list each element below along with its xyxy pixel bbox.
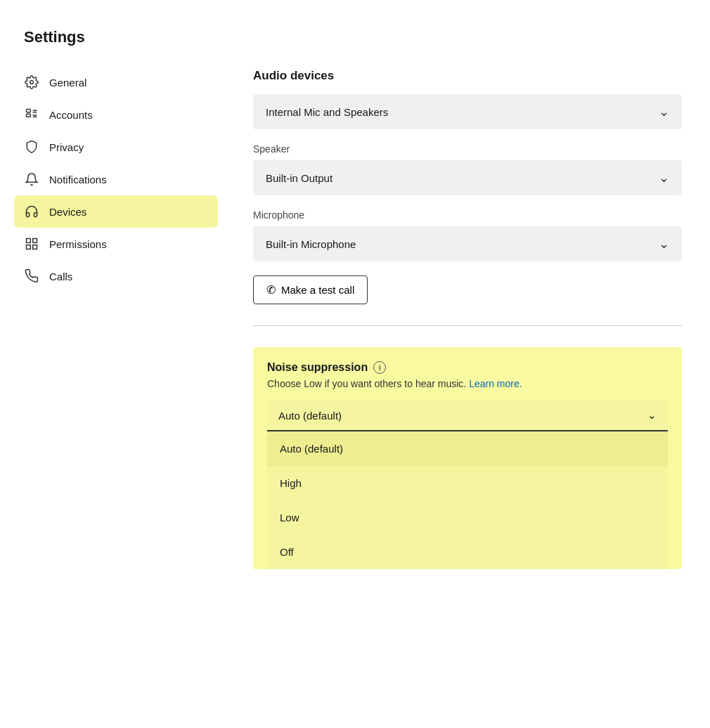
- sidebar-item-calls[interactable]: Calls: [14, 260, 218, 292]
- speaker-select-wrapper: Built-in Output ⌄: [253, 160, 682, 195]
- privacy-icon: [24, 139, 39, 155]
- sidebar-label-calls: Calls: [49, 271, 72, 282]
- svg-rect-1: [27, 110, 31, 112]
- sidebar-item-notifications[interactable]: Notifications: [14, 163, 218, 195]
- grid-icon: [24, 236, 39, 252]
- noise-suppression-select[interactable]: Auto (default) ⌄: [267, 401, 668, 431]
- microphone-chevron-icon: ⌄: [659, 236, 669, 252]
- speaker-chevron-icon: ⌄: [659, 170, 669, 186]
- sidebar-label-general: General: [49, 77, 86, 89]
- noise-option-auto[interactable]: Auto (default): [267, 431, 668, 466]
- noise-suppression-section: Noise suppression i Choose Low if you wa…: [253, 347, 682, 569]
- audio-device-value: Internal Mic and Speakers: [266, 106, 388, 118]
- section-divider: [253, 325, 682, 326]
- sidebar-label-privacy: Privacy: [49, 141, 84, 153]
- noise-title-row: Noise suppression i: [267, 361, 668, 374]
- svg-rect-7: [27, 239, 31, 243]
- sidebar-label-devices: Devices: [49, 206, 86, 218]
- learn-more-link[interactable]: Learn more.: [469, 378, 522, 389]
- noise-option-off[interactable]: Off: [267, 535, 668, 569]
- settings-title: Settings: [14, 21, 218, 66]
- gear-icon: [24, 74, 39, 90]
- noise-description: Choose Low if you want others to hear mu…: [267, 378, 668, 389]
- bell-icon: [24, 171, 39, 187]
- main-content: Audio devices Internal Mic and Speakers …: [232, 21, 710, 707]
- microphone-value: Built-in Microphone: [266, 238, 356, 250]
- noise-option-high[interactable]: High: [267, 466, 668, 500]
- svg-rect-9: [27, 245, 31, 249]
- noise-title: Noise suppression: [267, 361, 368, 374]
- headset-icon: [24, 204, 39, 219]
- sidebar-label-permissions: Permissions: [49, 238, 107, 250]
- microphone-select-wrapper: Built-in Microphone ⌄: [253, 226, 682, 261]
- svg-rect-10: [33, 245, 37, 249]
- sidebar-label-notifications: Notifications: [49, 174, 107, 186]
- microphone-select[interactable]: Built-in Microphone ⌄: [253, 226, 682, 261]
- svg-rect-8: [33, 239, 37, 243]
- svg-rect-2: [27, 114, 31, 117]
- noise-selected-value: Auto (default): [278, 410, 342, 422]
- audio-device-select[interactable]: Internal Mic and Speakers ⌄: [253, 94, 682, 129]
- sidebar: Settings General Accounts Privacy: [0, 21, 232, 707]
- svg-point-0: [30, 81, 34, 84]
- test-call-button[interactable]: ✆ Make a test call: [253, 275, 368, 304]
- test-call-label: Make a test call: [281, 284, 354, 296]
- sidebar-label-accounts: Accounts: [49, 109, 93, 121]
- sidebar-item-accounts[interactable]: Accounts: [14, 98, 218, 131]
- speaker-label: Speaker: [253, 143, 682, 155]
- audio-device-select-wrapper: Internal Mic and Speakers ⌄: [253, 94, 682, 129]
- accounts-icon: [24, 107, 39, 122]
- audio-device-chevron-icon: ⌄: [659, 104, 669, 119]
- audio-section-title: Audio devices: [253, 69, 682, 83]
- phone-icon: [24, 268, 39, 284]
- noise-chevron-icon: ⌄: [647, 409, 657, 422]
- info-icon[interactable]: i: [373, 361, 386, 374]
- microphone-label: Microphone: [253, 209, 682, 221]
- speaker-value: Built-in Output: [266, 172, 333, 184]
- sidebar-item-general[interactable]: General: [14, 66, 218, 98]
- noise-dropdown-options: Auto (default) High Low Off: [267, 431, 668, 569]
- sidebar-item-permissions[interactable]: Permissions: [14, 228, 218, 260]
- sidebar-item-devices[interactable]: Devices: [14, 195, 218, 228]
- test-call-phone-icon: ✆: [266, 283, 276, 297]
- sidebar-item-privacy[interactable]: Privacy: [14, 131, 218, 163]
- noise-option-low[interactable]: Low: [267, 500, 668, 535]
- speaker-select[interactable]: Built-in Output ⌄: [253, 160, 682, 195]
